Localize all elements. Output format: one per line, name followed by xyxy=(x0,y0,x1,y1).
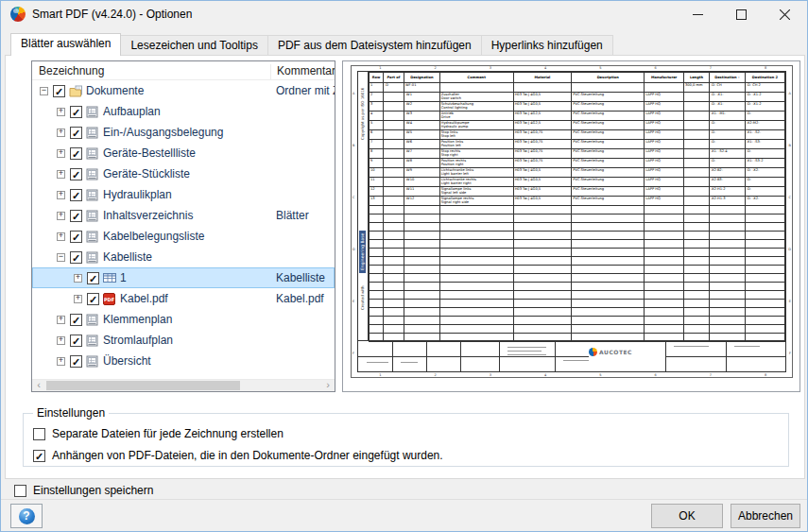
checkbox[interactable]: ✓ xyxy=(70,168,82,180)
zone-label-bottom: 8 xyxy=(765,373,766,377)
checkbox[interactable]: ✓ xyxy=(70,355,82,368)
settings-option[interactable]: Separate Dateien für jede Zeichnung erst… xyxy=(33,427,781,440)
scroll-right-icon[interactable]: › xyxy=(321,380,335,391)
tree-row[interactable]: +✓Hydraulikplan xyxy=(32,184,335,205)
preview-table-cell xyxy=(684,197,710,206)
expand-icon[interactable]: + xyxy=(57,212,65,220)
expand-icon[interactable]: + xyxy=(74,295,82,303)
tree-row[interactable]: −✓DokumenteOrdner mit Zeichnungen xyxy=(32,80,335,101)
preview-table-cell: -X1- -S2-4 xyxy=(709,149,745,159)
close-button[interactable] xyxy=(763,1,806,28)
preview-table-cell: 13 xyxy=(370,197,384,206)
expand-icon[interactable]: + xyxy=(57,149,65,158)
ok-button[interactable]: OK xyxy=(651,504,723,528)
tree-row[interactable]: +✓InhaltsverzeichnisBlätter xyxy=(32,205,335,226)
help-button[interactable]: ? xyxy=(10,504,43,528)
preview-table-cell: H03 Tw-J 4G0,5 xyxy=(513,168,572,178)
expand-icon[interactable]: + xyxy=(57,232,65,241)
tree-row[interactable]: +✓Stromlaufplan xyxy=(32,330,335,351)
tree-row[interactable]: +✓1Kabelliste xyxy=(32,267,335,288)
settings-checkbox[interactable] xyxy=(33,428,45,440)
checkbox[interactable]: ✓ xyxy=(70,210,82,222)
expand-icon[interactable]: + xyxy=(57,357,65,366)
checkbox[interactable]: ✓ xyxy=(70,147,82,160)
drawing-frame: 1122334455667788AABBCCDDEEFF Copyright a… xyxy=(351,65,793,378)
preview-table-cell: -X2-M2- xyxy=(745,121,784,130)
expand-icon[interactable]: + xyxy=(57,316,65,324)
zone-label-left: E xyxy=(352,300,354,303)
tree-row[interactable]: +✓Klemmenplan xyxy=(32,309,335,330)
tree-row[interactable]: −✓Kabelliste xyxy=(32,247,335,267)
tab-hyperlinks-hinzufuegen[interactable]: Hyperlinks hinzufügen xyxy=(482,35,613,56)
expand-icon[interactable]: + xyxy=(57,191,65,199)
preview-table-cell: -W8 xyxy=(404,159,439,168)
preview-table-row: 6-W5Stop links Stop leftH03 Tw-J 4G0,75P… xyxy=(370,130,785,140)
tree-body: −✓DokumenteOrdner mit Zeichnungen+✓Aufba… xyxy=(32,80,335,371)
preview-table-row: 13-W12Signallampe rechts Signal right si… xyxy=(370,197,785,206)
preview-empty-row xyxy=(370,232,785,240)
preview-table-cell: -D- -X1-2 xyxy=(745,93,784,102)
checkbox[interactable]: ✓ xyxy=(87,293,99,305)
preview-table-cell xyxy=(572,83,645,93)
preview-table-cell: -W4 xyxy=(404,121,439,130)
checkbox[interactable]: ✓ xyxy=(70,335,82,347)
tree-row[interactable]: +✓Geräte-Bestellliste xyxy=(32,143,335,163)
horizontal-scrollbar[interactable]: ‹ › xyxy=(32,379,335,391)
preview-table-cell: -D- -X2- xyxy=(745,168,784,178)
minimize-button[interactable] xyxy=(676,1,719,28)
expand-icon[interactable]: + xyxy=(74,274,82,283)
preview-table-cell: 12 xyxy=(370,187,384,197)
preview-table-cell: PVC-Steuerleitung xyxy=(572,159,645,168)
checkbox[interactable]: ✓ xyxy=(70,251,82,264)
save-settings-option[interactable]: Einstellungen speichern xyxy=(14,484,153,497)
cancel-button[interactable]: Abbrechen xyxy=(731,504,800,528)
checkbox[interactable]: ✓ xyxy=(70,231,82,243)
tab-pdf-aus-dem-dateisystem-hinzufuegen[interactable]: PDF aus dem Dateisystem hinzufügen xyxy=(268,35,482,56)
column-header-kommentar[interactable]: Kommentar xyxy=(270,64,335,80)
checkbox[interactable]: ✓ xyxy=(53,85,65,97)
preview-column-header: Destination 2 xyxy=(745,73,784,83)
tree-row[interactable]: +✓Ein-/Ausgangsbelegung xyxy=(32,122,335,143)
tree-item-label: Übersicht xyxy=(103,354,151,368)
checkbox[interactable]: ✓ xyxy=(87,272,99,284)
collapse-icon[interactable]: − xyxy=(40,87,48,95)
expand-icon[interactable]: + xyxy=(57,170,65,179)
settings-option[interactable]: ✓Anhängen von PDF-Dateien, die in den Do… xyxy=(33,449,781,462)
zone-label-top: 8 xyxy=(765,66,766,70)
preview-empty-row xyxy=(370,240,785,249)
tree-item-label: Geräte-Bestellliste xyxy=(103,146,196,160)
preview-table-cell xyxy=(383,197,404,206)
maximize-button[interactable] xyxy=(719,1,763,28)
expand-icon[interactable]: + xyxy=(57,129,65,137)
expand-icon[interactable]: + xyxy=(57,108,65,116)
checkbox[interactable]: ✓ xyxy=(70,189,82,201)
preview-table-cell: 3 xyxy=(370,102,384,112)
tree-row[interactable]: +✓Übersicht xyxy=(32,351,335,371)
checkbox[interactable]: ✓ xyxy=(70,314,82,326)
copyright-vertical-text: Copyright as per ISO 16016 xyxy=(360,88,365,140)
scroll-left-icon[interactable]: ‹ xyxy=(32,380,45,391)
preview-empty-row xyxy=(370,257,785,266)
preview-table-cell: Lichtschranke links Light barrier left xyxy=(439,168,513,178)
column-header-bezeichnung[interactable]: Bezeichnung xyxy=(39,64,104,77)
tree-row[interactable]: +✓PDFKabel.pdfKabel.pdf xyxy=(32,288,335,309)
tree-row[interactable]: +✓Aufbauplan xyxy=(32,101,335,122)
settings-checkbox[interactable]: ✓ xyxy=(33,450,45,462)
tree-item-comment: Blätter xyxy=(276,209,309,222)
checkbox[interactable]: ✓ xyxy=(70,106,82,118)
scrollbar-thumb[interactable] xyxy=(46,381,240,390)
save-settings-checkbox[interactable] xyxy=(14,485,26,497)
tree-row[interactable]: +✓Geräte-Stückliste xyxy=(32,163,335,184)
preview-table-cell xyxy=(383,102,404,112)
tree-row[interactable]: +✓Kabelbelegungsliste xyxy=(32,226,335,247)
collapse-icon[interactable]: − xyxy=(57,253,65,262)
zone-label-top: 3 xyxy=(490,66,491,70)
checkbox[interactable]: ✓ xyxy=(70,127,82,139)
tree-item-label: Hydraulikplan xyxy=(103,188,172,201)
tab-blaetter-auswaehlen[interactable]: Blätter auswählen xyxy=(10,33,121,56)
preview-table-cell: -D- xyxy=(709,159,745,168)
tab-lesezeichen-und-tooltips[interactable]: Lesezeichen und Tooltips xyxy=(121,35,268,56)
preview-table-cell: -D- xyxy=(745,187,784,197)
preview-table-cell: LAPP HQ xyxy=(645,187,684,197)
expand-icon[interactable]: + xyxy=(57,336,65,345)
